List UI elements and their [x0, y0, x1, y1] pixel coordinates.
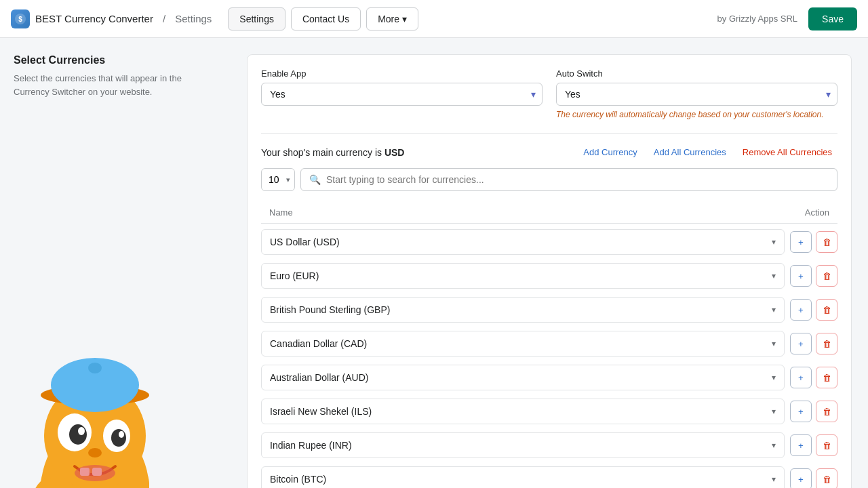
- auto-switch-note: The currency will automatically change b…: [556, 110, 837, 119]
- delete-currency-row-button[interactable]: 🗑: [816, 367, 837, 388]
- current-page: Settings: [175, 13, 212, 24]
- chevron-down-icon: ▾: [772, 271, 776, 281]
- contact-us-nav-btn[interactable]: Contact Us: [291, 7, 361, 30]
- add-currency-row-button[interactable]: +: [790, 231, 812, 253]
- add-all-currencies-button[interactable]: Add All Currencies: [648, 144, 732, 160]
- chevron-down-icon: ▾: [772, 474, 776, 484]
- settings-nav-btn[interactable]: Settings: [228, 7, 285, 30]
- app-icon: $: [11, 9, 30, 28]
- currency-name: US Dollar (USD): [270, 237, 340, 247]
- currency-list-item: British Pound Sterling (GBP) ▾ + 🗑: [261, 294, 837, 325]
- enable-app-select-wrapper: Yes No ▾: [261, 83, 542, 106]
- add-currency-row-button[interactable]: +: [790, 401, 812, 422]
- chevron-down-icon: ▾: [772, 373, 776, 382]
- currency-list: US Dollar (USD) ▾ + 🗑 Euro (EUR) ▾ + 🗑 B…: [261, 226, 837, 488]
- currency-list-item: Australian Dollar (AUD) ▾ + 🗑: [261, 362, 837, 393]
- delete-currency-row-button[interactable]: 🗑: [816, 231, 837, 253]
- svg-point-12: [78, 427, 85, 435]
- delete-currency-row-button[interactable]: 🗑: [816, 265, 837, 287]
- more-nav-btn[interactable]: More ▾: [366, 7, 418, 30]
- row-actions: + 🗑: [790, 231, 837, 253]
- per-page-arrow-icon: ▾: [282, 170, 294, 190]
- col-name-header: Name: [269, 207, 293, 218]
- currency-bar: Your shop's main currency is USD Add Cur…: [261, 144, 837, 160]
- row-actions: + 🗑: [790, 468, 837, 488]
- currency-row-main[interactable]: British Pound Sterling (GBP) ▾: [261, 297, 785, 323]
- add-currency-row-button[interactable]: +: [790, 468, 812, 488]
- breadcrumb-sep: /: [163, 13, 165, 24]
- search-icon: 🔍: [309, 174, 321, 185]
- chevron-down-icon: ▾: [772, 407, 776, 416]
- settings-card: Enable App Yes No ▾ Auto Switch Yes: [247, 54, 852, 488]
- currency-name: Indian Rupee (INR): [270, 440, 352, 451]
- currency-action-buttons: Add Currency Add All Currencies Remove A…: [578, 144, 837, 160]
- add-currency-row-button[interactable]: +: [790, 299, 812, 321]
- currency-row-main[interactable]: US Dollar (USD) ▾: [261, 229, 785, 255]
- delete-currency-row-button[interactable]: 🗑: [816, 468, 837, 488]
- currency-row-main[interactable]: Indian Rupee (INR) ▾: [261, 432, 785, 458]
- row-actions: + 🗑: [790, 367, 837, 388]
- chevron-down-icon: ▾: [772, 305, 776, 314]
- auto-switch-select[interactable]: Yes No: [556, 83, 837, 106]
- currency-row-main[interactable]: Australian Dollar (AUD) ▾: [261, 365, 785, 390]
- top-bar: $ BEST Currency Converter / Settings Set…: [0, 0, 868, 38]
- sidebar-title: Select Currencies: [14, 54, 217, 66]
- delete-currency-row-button[interactable]: 🗑: [816, 333, 837, 354]
- search-row: 10 25 50 ▾ 🔍: [261, 168, 837, 191]
- add-currency-row-button[interactable]: +: [790, 265, 812, 287]
- main-layout: Select Currencies Select the currencies …: [0, 38, 868, 488]
- row-actions: + 🗑: [790, 333, 837, 354]
- currency-list-item: Israeli New Shekel (ILS) ▾ + 🗑: [261, 396, 837, 427]
- currency-list-item: Euro (EUR) ▾ + 🗑: [261, 260, 837, 291]
- per-page-select[interactable]: 10 25 50: [262, 169, 282, 190]
- top-nav: Settings Contact Us More ▾: [228, 7, 717, 30]
- per-page-select-wrapper: 10 25 50 ▾: [261, 168, 295, 191]
- table-header: Name Action: [261, 202, 837, 224]
- delete-currency-row-button[interactable]: 🗑: [816, 299, 837, 321]
- row-actions: + 🗑: [790, 265, 837, 287]
- divider: [261, 133, 837, 134]
- chevron-down-icon: ▾: [772, 441, 776, 450]
- currency-list-item: Bitcoin (BTC) ▾ + 🗑: [261, 464, 837, 488]
- svg-point-11: [111, 429, 126, 447]
- auto-switch-field: Auto Switch Yes No ▾ The currency will a…: [556, 68, 837, 119]
- currency-row-main[interactable]: Bitcoin (BTC) ▾: [261, 466, 785, 488]
- auto-switch-label: Auto Switch: [556, 68, 837, 79]
- add-currency-row-button[interactable]: +: [790, 434, 812, 456]
- currency-row-main[interactable]: Israeli New Shekel (ILS) ▾: [261, 399, 785, 424]
- add-currency-button[interactable]: Add Currency: [578, 144, 642, 160]
- add-currency-row-button[interactable]: +: [790, 333, 812, 354]
- currency-list-item: US Dollar (USD) ▾ + 🗑: [261, 226, 837, 258]
- remove-all-currencies-button[interactable]: Remove All Currencies: [737, 144, 837, 160]
- currency-list-item: Canadian Dollar (CAD) ▾ + 🗑: [261, 328, 837, 359]
- currency-row-main[interactable]: Canadian Dollar (CAD) ▾: [261, 331, 785, 357]
- currency-name: British Pound Sterling (GBP): [270, 304, 390, 315]
- currency-list-item: Indian Rupee (INR) ▾ + 🗑: [261, 430, 837, 461]
- search-box: 🔍: [300, 168, 837, 191]
- svg-point-17: [75, 465, 115, 481]
- currency-name: Canadian Dollar (CAD): [270, 338, 367, 349]
- currency-row-main[interactable]: Euro (EUR) ▾: [261, 263, 785, 289]
- save-button[interactable]: Save: [808, 7, 857, 30]
- main-currency-text: Your shop's main currency is USD: [261, 147, 404, 158]
- enable-app-field: Enable App Yes No ▾: [261, 68, 542, 119]
- content-area: Enable App Yes No ▾ Auto Switch Yes: [231, 38, 868, 488]
- enable-app-select[interactable]: Yes No: [261, 83, 542, 106]
- chevron-down-icon: ▾: [772, 237, 776, 247]
- svg-point-14: [88, 448, 102, 458]
- svg-text:$: $: [18, 16, 22, 23]
- mascot-svg: [7, 327, 183, 488]
- top-settings-row: Enable App Yes No ▾ Auto Switch Yes: [261, 68, 837, 119]
- add-currency-row-button[interactable]: +: [790, 367, 812, 388]
- delete-currency-row-button[interactable]: 🗑: [816, 401, 837, 422]
- row-actions: + 🗑: [790, 299, 837, 321]
- delete-currency-row-button[interactable]: 🗑: [816, 434, 837, 456]
- col-action-header: Action: [805, 207, 829, 218]
- enable-app-label: Enable App: [261, 68, 542, 79]
- search-input[interactable]: [326, 174, 829, 185]
- svg-point-10: [69, 424, 87, 445]
- currency-name: Bitcoin (BTC): [270, 474, 326, 485]
- sidebar: Select Currencies Select the currencies …: [0, 38, 231, 488]
- row-actions: + 🗑: [790, 434, 837, 456]
- mascot-container: [7, 327, 183, 488]
